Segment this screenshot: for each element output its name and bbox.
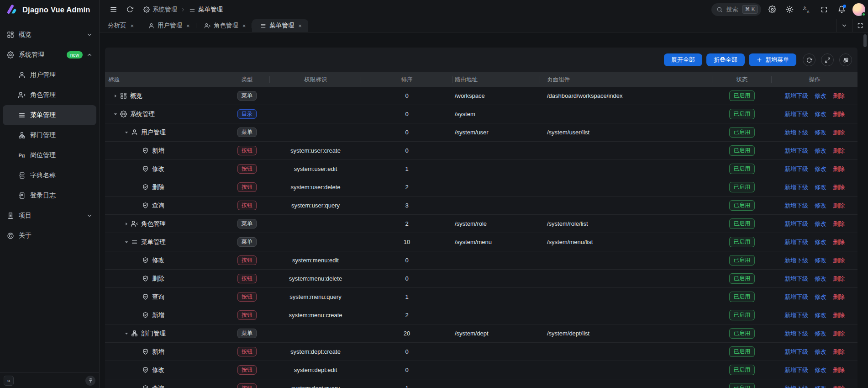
action-edit[interactable]: 修改: [815, 92, 826, 100]
action-add-child[interactable]: 新增下级: [784, 311, 808, 319]
user-avatar[interactable]: [852, 3, 865, 16]
action-edit[interactable]: 修改: [815, 275, 826, 283]
settings-gear-icon[interactable]: [766, 3, 779, 16]
action-edit[interactable]: 修改: [815, 384, 826, 388]
close-icon[interactable]: ×: [131, 23, 134, 29]
status-badge: 已启用: [729, 182, 755, 192]
action-add-child[interactable]: 新增下级: [784, 147, 808, 155]
sidebar-item-overview[interactable]: 概览: [3, 25, 96, 45]
close-icon[interactable]: ×: [298, 23, 302, 29]
action-delete[interactable]: 删除: [833, 110, 845, 118]
sidebar-item-dept[interactable]: 部门管理: [3, 125, 96, 145]
search-input[interactable]: 搜索 ⌘ K: [711, 3, 761, 16]
expand-all-button[interactable]: 展开全部: [664, 53, 702, 66]
action-delete[interactable]: 删除: [833, 293, 845, 301]
action-edit[interactable]: 修改: [815, 311, 826, 319]
action-add-child[interactable]: 新增下级: [784, 202, 808, 210]
action-edit[interactable]: 修改: [815, 128, 826, 137]
action-add-child[interactable]: 新增下级: [784, 238, 808, 246]
tabs-dropdown-chevron-icon[interactable]: [836, 19, 852, 32]
action-add-child[interactable]: 新增下级: [784, 165, 808, 173]
action-add-child[interactable]: 新增下级: [784, 256, 808, 265]
sidebar-item-dict[interactable]: 字典名称: [3, 165, 96, 186]
action-delete[interactable]: 删除: [833, 183, 845, 191]
action-add-child[interactable]: 新增下级: [784, 92, 808, 100]
sidebar-item-system[interactable]: 系统管理new: [3, 45, 96, 65]
language-icon[interactable]: 文A: [800, 3, 813, 16]
action-edit[interactable]: 修改: [815, 220, 826, 228]
action-edit[interactable]: 修改: [815, 183, 826, 191]
sidebar-pin-icon[interactable]: [85, 376, 95, 386]
action-add-child[interactable]: 新增下级: [784, 183, 808, 191]
action-delete[interactable]: 删除: [833, 202, 845, 210]
action-delete[interactable]: 删除: [833, 275, 845, 283]
tab-role[interactable]: 角色管理×: [196, 19, 253, 32]
action-edit[interactable]: 修改: [815, 293, 826, 301]
tree-expand-icon[interactable]: [111, 93, 120, 99]
tree-collapse-icon[interactable]: [111, 112, 120, 117]
sidebar-item-log[interactable]: 登录日志: [3, 186, 96, 206]
theme-sun-icon[interactable]: [783, 3, 796, 16]
sidebar-item-user[interactable]: 用户管理: [3, 65, 96, 85]
action-edit[interactable]: 修改: [815, 147, 826, 155]
action-edit[interactable]: 修改: [815, 202, 826, 210]
logo-row[interactable]: Djagno Vue Admin: [0, 0, 99, 19]
tab-menu[interactable]: 菜单管理×: [252, 19, 308, 32]
action-delete[interactable]: 删除: [833, 348, 845, 356]
close-icon[interactable]: ×: [242, 23, 246, 29]
action-add-child[interactable]: 新增下级: [784, 128, 808, 137]
action-edit[interactable]: 修改: [815, 366, 826, 374]
close-icon[interactable]: ×: [186, 23, 190, 29]
sidebar-item-about[interactable]: 关于: [3, 226, 96, 246]
action-delete[interactable]: 删除: [833, 366, 845, 374]
action-delete[interactable]: 删除: [833, 165, 845, 173]
breadcrumb-item-menu[interactable]: 菜单管理: [189, 5, 223, 14]
action-add-child[interactable]: 新增下级: [784, 220, 808, 228]
tabs-maximize-icon[interactable]: [852, 19, 868, 32]
action-add-child[interactable]: 新增下级: [784, 384, 808, 388]
action-delete[interactable]: 删除: [833, 238, 845, 246]
action-edit[interactable]: 修改: [815, 330, 826, 338]
action-delete[interactable]: 删除: [833, 92, 845, 100]
table-refresh-icon[interactable]: [803, 53, 815, 66]
tree-collapse-icon[interactable]: [122, 331, 131, 336]
action-delete[interactable]: 删除: [833, 147, 845, 155]
action-edit[interactable]: 修改: [815, 348, 826, 356]
action-delete[interactable]: 删除: [833, 256, 845, 265]
action-delete[interactable]: 删除: [833, 330, 845, 338]
sidebar-item-role[interactable]: 角色管理: [3, 85, 96, 105]
action-delete[interactable]: 删除: [833, 384, 845, 388]
collapse-all-button[interactable]: 折叠全部: [706, 53, 745, 66]
action-delete[interactable]: 删除: [833, 128, 845, 137]
action-add-child[interactable]: 新增下级: [784, 275, 808, 283]
tab-user[interactable]: 用户管理×: [140, 19, 196, 32]
tab-analysis[interactable]: 分析页×: [100, 19, 140, 32]
tree-collapse-icon[interactable]: [122, 130, 131, 135]
sidebar-item-post[interactable]: Pg岗位管理: [3, 145, 96, 165]
sidebar-item-menu[interactable]: 菜单管理: [3, 105, 96, 125]
action-delete[interactable]: 删除: [833, 311, 845, 319]
tree-collapse-icon[interactable]: [122, 239, 131, 245]
table-fullscreen-icon[interactable]: [821, 53, 834, 66]
action-add-child[interactable]: 新增下级: [784, 110, 808, 118]
action-add-child[interactable]: 新增下级: [784, 366, 808, 374]
table-columns-icon[interactable]: [839, 53, 852, 66]
scrollbar-thumb[interactable]: [863, 34, 867, 47]
action-edit[interactable]: 修改: [815, 165, 826, 173]
sidebar-collapse-button[interactable]: «: [4, 376, 14, 386]
sidebar-item-project[interactable]: 项目: [3, 206, 96, 226]
action-delete[interactable]: 删除: [833, 220, 845, 228]
fullscreen-icon[interactable]: [818, 3, 831, 16]
notifications-bell-icon[interactable]: [835, 3, 848, 16]
action-add-child[interactable]: 新增下级: [784, 330, 808, 338]
action-add-child[interactable]: 新增下级: [784, 348, 808, 356]
action-add-child[interactable]: 新增下级: [784, 293, 808, 301]
add-menu-button[interactable]: 新增菜单: [749, 53, 796, 66]
breadcrumb-item-system[interactable]: 系统管理: [143, 5, 177, 14]
tree-expand-icon[interactable]: [122, 221, 131, 227]
action-edit[interactable]: 修改: [815, 110, 826, 118]
action-edit[interactable]: 修改: [815, 256, 826, 265]
sidebar-toggle-icon[interactable]: [107, 3, 120, 16]
action-edit[interactable]: 修改: [815, 238, 826, 246]
refresh-icon[interactable]: [123, 3, 136, 16]
